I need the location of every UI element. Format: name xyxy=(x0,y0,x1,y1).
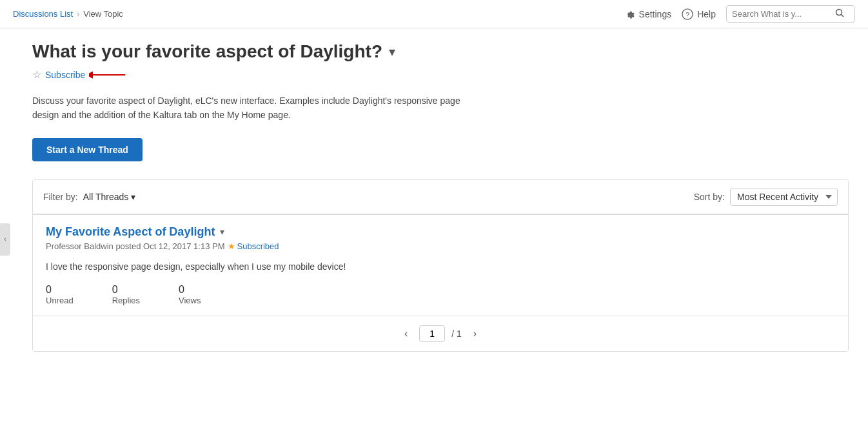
stat-views: 0 Views xyxy=(179,284,201,305)
sort-select[interactable]: Most Recent Activity Oldest Activity Mos… xyxy=(730,188,838,206)
table-row: My Favorite Aspect of Daylight ▾ Profess… xyxy=(33,214,848,316)
settings-label: Settings xyxy=(639,9,672,19)
page-input[interactable] xyxy=(419,325,445,342)
search-button[interactable] xyxy=(830,6,849,22)
thread-title-link[interactable]: My Favorite Aspect of Daylight xyxy=(46,225,215,239)
prev-page-button[interactable]: ‹ xyxy=(399,325,413,342)
breadcrumb-separator: › xyxy=(77,10,79,19)
stat-unread: 0 Unread xyxy=(46,284,74,305)
pagination-bar: ‹ / 1 › xyxy=(33,316,848,351)
page-total: / 1 xyxy=(451,329,462,339)
stat-views-number: 0 xyxy=(179,284,184,296)
collapse-handle[interactable]: ‹ xyxy=(0,223,10,256)
stat-unread-label: Unread xyxy=(46,296,74,305)
stat-replies: 0 Replies xyxy=(112,284,140,305)
filter-bar: Filter by: All Threads ▾ Sort by: Most R… xyxy=(33,180,848,214)
breadcrumb: Discussions List › View Topic xyxy=(13,9,123,19)
subscribed-label: Subscribed xyxy=(237,241,279,251)
thread-meta-text: Professor Baldwin posted Oct 12, 2017 1:… xyxy=(46,241,225,251)
help-icon: ? xyxy=(682,8,693,20)
svg-point-2 xyxy=(836,10,842,15)
help-button[interactable]: ? Help xyxy=(682,8,716,20)
thread-list: My Favorite Aspect of Daylight ▾ Profess… xyxy=(33,214,848,316)
filter-left: Filter by: All Threads ▾ xyxy=(43,192,135,202)
search-icon xyxy=(835,8,844,17)
breadcrumb-current: View Topic xyxy=(83,9,123,19)
svg-line-3 xyxy=(842,15,844,17)
stat-replies-number: 0 xyxy=(112,284,118,296)
top-bar: Discussions List › View Topic Settings ?… xyxy=(0,0,868,28)
sort-right: Sort by: Most Recent Activity Oldest Act… xyxy=(694,188,838,206)
stat-replies-label: Replies xyxy=(112,296,140,305)
thread-body: I love the responsive page design, espec… xyxy=(46,260,835,274)
search-input[interactable] xyxy=(727,6,830,22)
stat-views-label: Views xyxy=(179,296,201,305)
topic-title: What is your favorite aspect of Daylight… xyxy=(32,41,382,62)
subscribed-star-icon: ★ xyxy=(228,241,235,251)
main-content: ‹ What is your favorite aspect of Daylig… xyxy=(0,28,868,446)
search-box[interactable] xyxy=(726,5,855,23)
settings-button[interactable]: Settings xyxy=(624,8,672,20)
sort-label: Sort by: xyxy=(694,192,725,202)
stat-unread-number: 0 xyxy=(46,284,52,296)
thread-meta: Professor Baldwin posted Oct 12, 2017 1:… xyxy=(46,241,835,251)
top-right-actions: Settings ? Help xyxy=(624,5,855,23)
filter-dropdown-icon: ▾ xyxy=(131,192,135,202)
filter-value: All Threads xyxy=(83,192,129,202)
subscribed-badge: ★ Subscribed xyxy=(228,241,279,251)
subscribe-link[interactable]: Subscribe xyxy=(45,70,85,80)
thread-title-row: My Favorite Aspect of Daylight ▾ xyxy=(46,225,835,239)
next-page-button[interactable]: › xyxy=(468,325,482,342)
thread-stats: 0 Unread 0 Replies 0 Views xyxy=(46,284,835,305)
subscribe-arrow xyxy=(89,70,128,79)
title-dropdown-icon[interactable]: ▾ xyxy=(389,44,395,59)
subscribe-row: ☆ Subscribe xyxy=(32,68,849,81)
breadcrumb-discussions-link[interactable]: Discussions List xyxy=(13,9,73,19)
topic-description: Discuss your favorite aspect of Daylight… xyxy=(32,94,484,123)
topic-title-row: What is your favorite aspect of Daylight… xyxy=(32,41,849,62)
new-thread-button[interactable]: Start a New Thread xyxy=(32,138,143,161)
subscribe-star-icon: ☆ xyxy=(32,68,41,81)
svg-text:?: ? xyxy=(686,10,689,18)
filter-dropdown[interactable]: All Threads ▾ xyxy=(83,192,136,202)
filter-label: Filter by: xyxy=(43,192,78,202)
threads-container: Filter by: All Threads ▾ Sort by: Most R… xyxy=(32,179,849,352)
gear-icon xyxy=(624,8,635,20)
help-label: Help xyxy=(697,9,716,19)
thread-title-dropdown-icon[interactable]: ▾ xyxy=(220,227,224,237)
